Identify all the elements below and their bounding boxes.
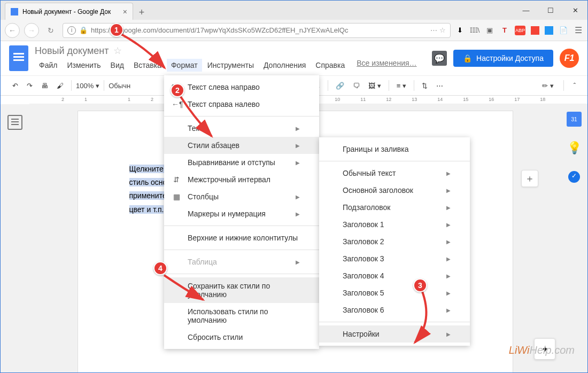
new-tab-button[interactable]: +: [133, 5, 150, 20]
print-button[interactable]: 🖶: [38, 80, 51, 92]
callout-2: 2: [171, 83, 184, 97]
menu-text[interactable]: Текст▶: [164, 120, 319, 137]
menu-ltr[interactable]: ¶→Текст слева направо: [164, 79, 319, 96]
tab-title: Новый документ - Google Док: [22, 8, 111, 15]
browser-tab[interactable]: Новый документ - Google Док ×: [5, 3, 133, 20]
back-button[interactable]: ←: [5, 23, 20, 38]
zoom-select[interactable]: 100% ▾: [76, 82, 99, 90]
ext-blue-icon[interactable]: [545, 26, 553, 35]
submenu-normal-text[interactable]: Обычный текст▶: [319, 165, 470, 182]
submenu-arrow-icon: ▶: [446, 273, 451, 279]
docs-header: Новый документ ☆ Файл Изменить Вид Встав…: [1, 41, 587, 75]
menu-addons[interactable]: Дополнения: [259, 59, 310, 72]
keep-icon[interactable]: 💡: [567, 141, 582, 156]
submenu-arrow-icon: ▶: [446, 307, 451, 313]
comments-icon[interactable]: 💬: [432, 51, 447, 66]
line-spacing-icon: ⇵: [172, 175, 181, 184]
ext-red-icon[interactable]: [531, 26, 539, 35]
submenu-arrow-icon: ▶: [296, 143, 300, 149]
callout-4: 4: [153, 261, 167, 275]
menu-columns[interactable]: ▦Столбцы▶: [164, 188, 319, 205]
menu-line-spacing[interactable]: ⇵Межстрочный интервал: [164, 171, 319, 188]
calendar-icon[interactable]: 31: [567, 112, 582, 127]
redo-button[interactable]: ↷: [24, 80, 36, 92]
browser-tab-strip: Новый документ - Google Док × + — ☐ ✕: [1, 1, 587, 20]
share-label: Настройки Доступа: [476, 54, 544, 63]
reload-button[interactable]: ↻: [43, 23, 58, 38]
menu-tools[interactable]: Инструменты: [203, 59, 258, 72]
image-button[interactable]: 🖼 ▾: [365, 80, 384, 92]
line-spacing-button[interactable]: ⇅: [419, 80, 431, 92]
submenu-arrow-icon: ▶: [446, 170, 451, 176]
align-button[interactable]: ≡ ▾: [393, 80, 409, 92]
submenu-subtitle[interactable]: Подзаголовок▶: [319, 199, 470, 216]
submenu-heading5[interactable]: Заголовок 5▶: [319, 284, 470, 301]
abp-icon[interactable]: ABP: [515, 26, 525, 35]
paragraph-style-select[interactable]: Обычн: [109, 82, 130, 90]
notes-icon[interactable]: 📄: [559, 26, 568, 35]
f1-avatar-icon[interactable]: F1: [560, 49, 579, 68]
submenu-arrow-icon: ▶: [296, 259, 300, 265]
selected-text[interactable]: цвет и т.п.: [129, 205, 164, 214]
format-dropdown: ¶→Текст слева направо ←¶Текст справа нал…: [164, 75, 319, 349]
submenu-settings[interactable]: Настройки▶: [319, 325, 470, 343]
columns-icon: ▦: [172, 192, 181, 201]
ext-t-icon[interactable]: T: [500, 26, 509, 35]
add-comment-button[interactable]: ＋: [521, 170, 538, 187]
menu-view[interactable]: Вид: [106, 59, 128, 72]
docs-favicon-icon: [11, 8, 18, 15]
url-text: s.google.com/document/d/17wpwYqXdsSKo5WZ…: [115, 26, 348, 34]
submenu-heading4[interactable]: Заголовок 4▶: [319, 267, 470, 284]
more-button[interactable]: ⋯: [433, 80, 446, 92]
docs-logo-icon[interactable]: [9, 45, 28, 71]
changes-link[interactable]: Все изменения…: [357, 59, 416, 72]
menu-format[interactable]: Формат: [167, 59, 202, 72]
menu-rtl[interactable]: ←¶Текст справа налево: [164, 96, 319, 113]
submenu-heading6[interactable]: Заголовок 6▶: [319, 301, 470, 318]
undo-button[interactable]: ↶: [9, 80, 21, 92]
outline-icon[interactable]: [7, 115, 22, 130]
menu-paragraph-styles[interactable]: Стили абзацев▶: [164, 137, 319, 154]
link-button[interactable]: 🔗: [332, 80, 347, 92]
tasks-icon[interactable]: ✓: [567, 169, 582, 184]
menu-bar: Файл Изменить Вид Вставка Формат Инструм…: [35, 59, 425, 72]
left-margin: [1, 104, 29, 372]
download-icon[interactable]: ⬇: [455, 26, 465, 35]
menu-bullets[interactable]: Маркеры и нумерация▶: [164, 205, 319, 222]
collapse-button[interactable]: ˆ: [570, 80, 579, 92]
star-icon[interactable]: ☆: [113, 45, 122, 57]
maximize-button[interactable]: ☐: [538, 1, 563, 20]
site-info-icon[interactable]: i: [67, 26, 76, 35]
submenu-title[interactable]: Основной заголовок▶: [319, 182, 470, 199]
submenu-heading2[interactable]: Заголовок 2▶: [319, 233, 470, 250]
submenu-heading3[interactable]: Заголовок 3▶: [319, 250, 470, 267]
share-button[interactable]: 🔒 Настройки Доступа: [453, 50, 553, 67]
menu-insert[interactable]: Вставка: [129, 59, 166, 72]
menu-reset-styles[interactable]: Сбросить стили: [164, 329, 319, 346]
menu-use-default-styles[interactable]: Использовать стили по умолчанию: [164, 303, 319, 329]
comment-button[interactable]: 🗨: [350, 80, 363, 92]
browser-menu-icon[interactable]: ☰: [574, 26, 583, 35]
menu-save-default-styles[interactable]: Сохранить как стили по умолчанию: [164, 277, 319, 303]
submenu-borders[interactable]: Границы и заливка: [319, 141, 470, 158]
close-window-button[interactable]: ✕: [563, 1, 587, 20]
close-tab-icon[interactable]: ×: [123, 7, 127, 16]
submenu-arrow-icon: ▶: [446, 205, 451, 211]
library-icon[interactable]: 𝕀𝕀𝕀\: [470, 26, 479, 35]
submenu-arrow-icon: ▶: [446, 239, 451, 245]
menu-help[interactable]: Справка: [311, 59, 349, 72]
pocket-icon[interactable]: ▣: [485, 26, 494, 35]
menu-file[interactable]: Файл: [35, 59, 61, 72]
menu-edit[interactable]: Изменить: [63, 59, 105, 72]
editing-mode-button[interactable]: ✏ ▾: [539, 80, 557, 92]
submenu-arrow-icon: ▶: [446, 222, 451, 228]
forward-button[interactable]: →: [24, 23, 39, 38]
paint-format-button[interactable]: 🖌: [53, 80, 67, 92]
submenu-arrow-icon: ▶: [296, 211, 300, 217]
paragraph-styles-submenu: Границы и заливка Обычный текст▶ Основно…: [319, 137, 470, 346]
menu-headers-footers[interactable]: Верхние и нижние колонтитулы: [164, 229, 319, 246]
submenu-heading1[interactable]: Заголовок 1▶: [319, 216, 470, 233]
menu-align[interactable]: Выравнивание и отступы▶: [164, 154, 319, 171]
document-title[interactable]: Новый документ: [35, 45, 109, 57]
minimize-button[interactable]: —: [514, 1, 538, 20]
